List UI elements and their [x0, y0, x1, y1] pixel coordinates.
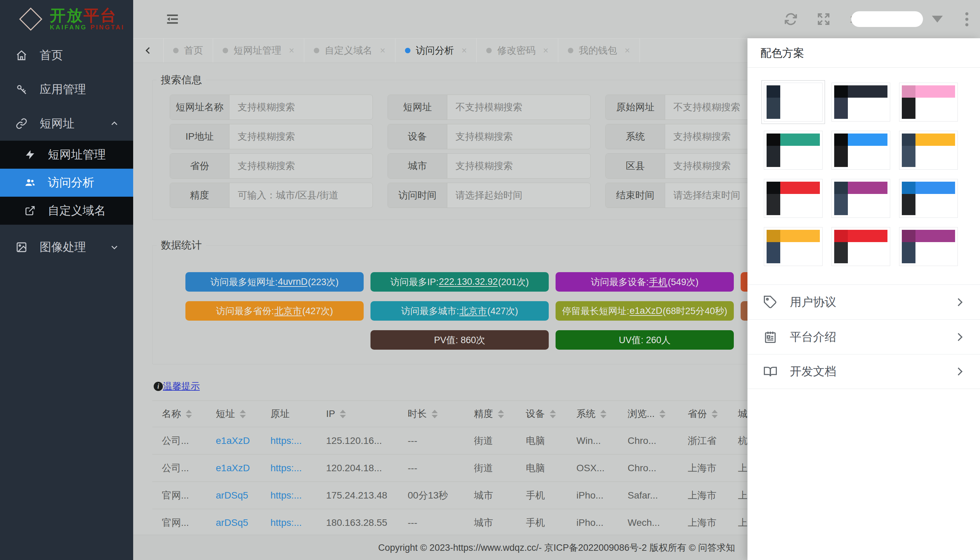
theme-swatch[interactable]: [764, 179, 823, 218]
tab-visit-analysis[interactable]: 访问分析×: [395, 38, 477, 62]
tab-shorturl-manage[interactable]: 短网址管理×: [213, 38, 304, 62]
device-input[interactable]: [447, 124, 590, 149]
field-shorturl-name: 短网址名称: [170, 95, 373, 120]
stat-link[interactable]: 手机: [649, 276, 668, 288]
sort-icon[interactable]: [240, 410, 246, 418]
info-icon: i: [154, 382, 163, 391]
shorturl-name-input[interactable]: [230, 95, 373, 120]
stats-section-title: 数据统计: [157, 238, 206, 252]
stat-link[interactable]: e1aXzD: [630, 306, 662, 316]
short-url-link[interactable]: e1aXzD: [206, 435, 261, 446]
theme-swatch[interactable]: [899, 179, 958, 218]
collapse-sidebar-button[interactable]: [166, 13, 179, 26]
stat-link[interactable]: 222.130.32.92: [439, 277, 498, 287]
theme-swatch[interactable]: [764, 83, 823, 122]
column-header-name[interactable]: 名称: [152, 407, 206, 420]
field-device: 设备: [388, 124, 591, 149]
sidebar-item-label: 短网址管理: [48, 147, 106, 163]
sidebar-item-image-processing[interactable]: 图像处理: [0, 230, 133, 264]
tab-change-password[interactable]: 修改密码×: [477, 38, 558, 62]
stat-link[interactable]: 北京市: [274, 305, 302, 317]
app-subtitle: KAIFANGPINGTAI: [50, 24, 125, 31]
more-menu-button[interactable]: [965, 12, 968, 26]
stat-link[interactable]: 4uvrnD: [278, 277, 308, 287]
topbar: 1: [133, 0, 980, 38]
short-url-link[interactable]: arDSq5: [206, 517, 261, 528]
tab-my-wallet[interactable]: 我的钱包×: [558, 38, 640, 62]
sidebar-item-label: 访问分析: [48, 175, 94, 190]
sort-icon[interactable]: [600, 410, 607, 418]
theme-swatch[interactable]: [764, 131, 823, 170]
tab-home[interactable]: 首页: [163, 38, 213, 62]
column-header-precision[interactable]: 精度: [464, 407, 516, 420]
sidebar-item-custom-domain[interactable]: 自定义域名: [0, 197, 133, 225]
theme-swatch[interactable]: [899, 131, 958, 170]
stat-link[interactable]: 北京市: [459, 305, 487, 317]
username-redacted: [851, 11, 923, 27]
stat-pill-uv: UV值: 260人: [555, 330, 734, 350]
tab-close-icon[interactable]: ×: [625, 45, 630, 56]
tab-close-icon[interactable]: ×: [462, 45, 467, 56]
field-visit-time: 访问时间: [388, 183, 591, 208]
menu-item-platform-intro[interactable]: 平台介绍: [747, 319, 980, 354]
shorturl-input[interactable]: [447, 95, 590, 120]
visit-time-input[interactable]: [447, 183, 590, 208]
sort-icon[interactable]: [659, 410, 665, 418]
sort-icon[interactable]: [550, 410, 556, 418]
short-url-link[interactable]: arDSq5: [206, 490, 261, 501]
theme-swatch[interactable]: [764, 227, 823, 266]
sort-icon[interactable]: [340, 410, 346, 418]
sidebar-item-label: 应用管理: [40, 82, 86, 97]
theme-swatch[interactable]: [832, 227, 890, 266]
tab-close-icon[interactable]: ×: [380, 45, 385, 56]
column-header-browser[interactable]: 浏览...: [618, 407, 678, 420]
refresh-button[interactable]: [784, 12, 798, 26]
column-header-duration[interactable]: 时长: [398, 407, 464, 420]
drawer-menu: 用户协议 平台介绍 开发文档: [747, 285, 980, 389]
precision-input[interactable]: [230, 183, 373, 208]
menu-item-user-agreement[interactable]: 用户协议: [747, 285, 980, 319]
original-url-link[interactable]: https:...: [261, 463, 317, 473]
original-url-link[interactable]: https:...: [261, 490, 317, 501]
sidebar-item-apps[interactable]: 应用管理: [0, 72, 133, 107]
menu-item-dev-docs[interactable]: 开发文档: [747, 354, 980, 389]
tab-close-icon[interactable]: ×: [543, 45, 548, 56]
tab-custom-domain[interactable]: 自定义域名×: [304, 38, 395, 62]
sidebar-item-shorturl[interactable]: 短网址: [0, 107, 133, 141]
stat-pill-pv: PV值: 860次: [370, 330, 549, 350]
sidebar-item-visit-analysis[interactable]: 访问分析: [0, 169, 133, 197]
tab-dot: [314, 48, 319, 53]
column-header-ip[interactable]: IP: [317, 408, 398, 419]
sort-icon[interactable]: [186, 410, 192, 418]
theme-swatch[interactable]: [899, 83, 958, 122]
users-icon: [25, 177, 48, 188]
short-url-link[interactable]: e1aXzD: [206, 463, 261, 473]
column-header-device[interactable]: 设备: [516, 407, 567, 420]
sort-icon[interactable]: [432, 410, 438, 418]
sidebar-item-label: 短网址: [40, 116, 75, 132]
sort-icon[interactable]: [498, 410, 504, 418]
user-menu[interactable]: 1: [850, 11, 943, 27]
theme-swatch[interactable]: [899, 227, 958, 266]
theme-swatch[interactable]: [832, 83, 890, 122]
stat-pill-top-city: 访问最多城市: 北京市(427次): [370, 301, 549, 321]
theme-swatch[interactable]: [832, 179, 890, 218]
column-header-province[interactable]: 省份: [678, 407, 728, 420]
sidebar-item-home[interactable]: 首页: [0, 38, 133, 72]
home-icon: [16, 50, 40, 61]
tabs-scroll-left-button[interactable]: [133, 38, 163, 62]
fullscreen-button[interactable]: [817, 12, 830, 26]
column-header-system[interactable]: 系统: [567, 407, 618, 420]
theme-swatch[interactable]: [832, 131, 890, 170]
sidebar-item-shorturl-manage[interactable]: 短网址管理: [0, 141, 133, 169]
sort-icon[interactable]: [712, 410, 718, 418]
tips-link[interactable]: 温馨提示: [163, 380, 200, 392]
province-input[interactable]: [230, 154, 373, 178]
city-input[interactable]: [447, 154, 590, 178]
original-url-link[interactable]: https:...: [261, 435, 317, 446]
tab-close-icon[interactable]: ×: [289, 45, 294, 56]
field-precision: 精度: [170, 183, 373, 208]
column-header-short[interactable]: 短址: [206, 407, 261, 420]
original-url-link[interactable]: https:...: [261, 517, 317, 528]
ip-input[interactable]: [230, 124, 373, 149]
